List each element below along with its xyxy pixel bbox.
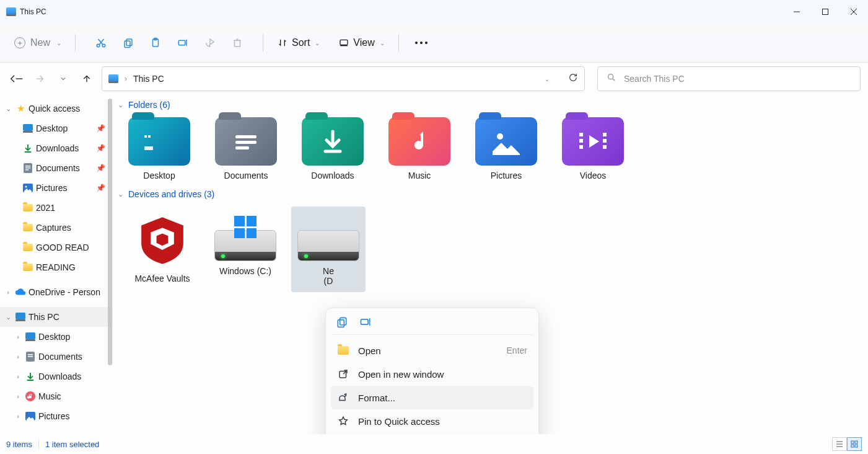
sidebar-item-downloads[interactable]: ›Downloads — [0, 367, 113, 386]
icons-view-button[interactable] — [847, 437, 862, 451]
ctx-open[interactable]: Open Enter — [331, 339, 533, 362]
maximize-button[interactable] — [811, 0, 840, 24]
svg-rect-60 — [340, 318, 346, 325]
sidebar-item-label: OneDrive - Person — [28, 287, 100, 297]
sidebar-item-folder[interactable]: 2021 — [0, 198, 113, 218]
view-button[interactable]: View ⌄ — [333, 33, 389, 52]
svg-rect-30 — [25, 167, 30, 169]
chevron-right-icon[interactable]: › — [14, 373, 22, 380]
sidebar-onedrive[interactable]: › OneDrive - Person — [0, 282, 113, 302]
separator — [38, 439, 39, 449]
svg-line-6 — [99, 39, 104, 45]
recent-button[interactable] — [55, 70, 72, 87]
cut-button[interactable] — [90, 33, 112, 52]
sidebar-item-folder[interactable]: Captures — [0, 218, 113, 238]
scrollbar-thumb[interactable] — [108, 99, 112, 365]
back-button[interactable] — [7, 70, 25, 87]
this-pc-icon — [108, 74, 118, 83]
drive-windows-c[interactable]: Windows (C:) — [208, 207, 283, 292]
sidebar-item-pictures[interactable]: ›Pictures — [0, 406, 113, 426]
minimize-button[interactable] — [783, 0, 811, 24]
sidebar-item-desktop[interactable]: ›Desktop — [0, 327, 113, 347]
clipboard-icon — [150, 37, 161, 48]
search-input[interactable] — [624, 74, 851, 84]
picture-icon — [25, 411, 36, 422]
document-icon — [22, 162, 33, 174]
svg-rect-1 — [823, 9, 828, 15]
sidebar-quick-access[interactable]: ⌄ ★ Quick access — [0, 99, 113, 118]
sidebar-item-folder[interactable]: GOOD READ — [0, 238, 113, 257]
chevron-right-icon[interactable]: › — [14, 353, 22, 360]
more-button[interactable] — [408, 38, 432, 48]
music-icon — [25, 391, 36, 402]
document-icon — [25, 351, 36, 362]
trash-icon — [232, 37, 243, 48]
section-header-folders[interactable]: ⌄ Folders (6) — [116, 97, 862, 114]
close-button[interactable] — [840, 0, 868, 24]
drive-label: Ne (D — [323, 266, 334, 286]
folder-label: Videos — [580, 171, 607, 180]
ctx-open-new-window[interactable]: Open in new window — [331, 362, 533, 386]
ctx-format[interactable]: Format... — [331, 386, 533, 409]
view-label: View — [353, 37, 374, 48]
sidebar-item-music[interactable]: ›Music — [0, 386, 113, 406]
chevron-right-icon[interactable]: › — [14, 412, 22, 420]
svg-rect-45 — [144, 146, 153, 150]
chevron-right-icon[interactable]: › — [14, 393, 22, 400]
new-button[interactable]: + New ⌄ — [9, 33, 66, 52]
svg-rect-12 — [178, 40, 185, 45]
drive-mcafee[interactable]: McAfee Vaults — [125, 207, 199, 292]
pin-icon: 📌 — [96, 124, 105, 133]
paste-button[interactable] — [145, 33, 166, 52]
folder-music[interactable]: Music — [385, 117, 454, 180]
chevron-down-icon[interactable]: ⌄ — [4, 313, 12, 321]
copy-button[interactable] — [118, 33, 139, 52]
sidebar-item-pictures[interactable]: Pictures 📌 — [0, 178, 113, 198]
svg-rect-70 — [855, 441, 857, 443]
picture-icon — [22, 182, 33, 194]
up-button[interactable] — [78, 70, 95, 87]
svg-rect-34 — [15, 313, 25, 319]
sidebar-item-documents[interactable]: ›Documents — [0, 347, 113, 367]
ctx-pin-quick-access[interactable]: Pin to Quick access — [331, 409, 533, 433]
status-selected-count: 1 item selected — [45, 440, 99, 449]
sidebar-item-folder[interactable]: READING — [0, 257, 113, 277]
chevron-down-icon[interactable]: ⌄ — [4, 105, 12, 113]
folder-downloads[interactable]: Downloads — [299, 117, 367, 180]
folder-icon — [337, 344, 349, 357]
sidebar-item-label: 2021 — [36, 203, 55, 213]
refresh-button[interactable] — [568, 73, 578, 85]
sidebar-item-desktop[interactable]: Desktop 📌 — [0, 118, 113, 138]
rename-button[interactable] — [172, 33, 193, 52]
svg-rect-9 — [125, 41, 130, 48]
details-view-button[interactable] — [832, 437, 847, 451]
drive-new-volume-d[interactable]: Ne (D — [291, 207, 366, 292]
address-bar[interactable]: › This PC ⌄ — [102, 66, 585, 91]
folder-documents[interactable]: Documents — [212, 117, 280, 180]
sidebar-this-pc[interactable]: ⌄ This PC — [0, 307, 113, 327]
search-box[interactable] — [597, 66, 861, 91]
chevron-right-icon[interactable]: › — [4, 288, 12, 296]
ctx-label: Open — [358, 345, 381, 356]
rename-icon[interactable] — [359, 316, 372, 328]
sidebar-item-downloads[interactable]: Downloads 📌 — [0, 138, 113, 158]
sort-button[interactable]: Sort ⌄ — [272, 33, 325, 52]
folder-videos[interactable]: Videos — [559, 117, 627, 180]
breadcrumb[interactable]: This PC — [133, 74, 164, 84]
scissors-icon — [95, 37, 107, 48]
copy-icon[interactable] — [336, 316, 348, 328]
chevron-down-icon[interactable]: ⌄ — [545, 76, 550, 82]
toolbar: + New ⌄ Sort ⌄ View ⌄ — [0, 24, 868, 63]
folder-desktop[interactable]: Desktop — [125, 117, 193, 180]
sidebar-item-label: This PC — [28, 312, 59, 322]
section-header-drives[interactable]: ⌄ Devices and drives (3) — [116, 187, 862, 203]
pin-icon: 📌 — [96, 184, 105, 192]
copy-icon — [123, 37, 134, 48]
folder-pictures[interactable]: Pictures — [472, 117, 540, 180]
chevron-right-icon[interactable]: › — [14, 333, 22, 340]
svg-rect-37 — [25, 339, 35, 341]
svg-rect-24 — [23, 124, 33, 131]
svg-rect-36 — [25, 332, 35, 339]
sidebar-item-documents[interactable]: Documents 📌 — [0, 158, 113, 178]
delete-button — [227, 33, 248, 52]
